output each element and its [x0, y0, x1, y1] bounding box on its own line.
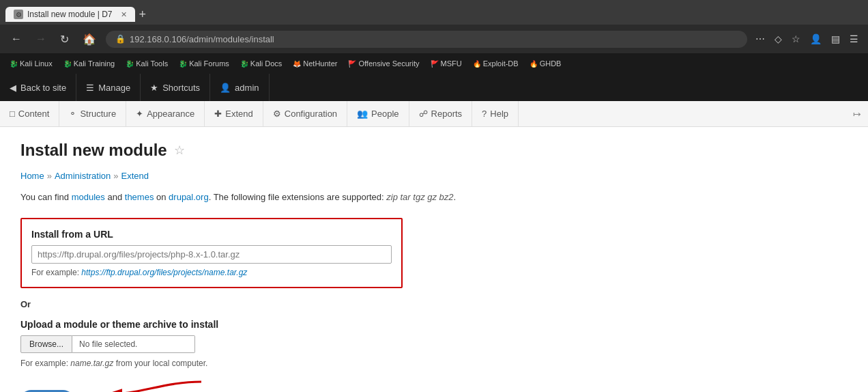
nav-reports-label: Reports	[431, 109, 463, 119]
extensions-icon[interactable]: ⋯	[753, 32, 768, 46]
tab-close-button[interactable]: ✕	[121, 10, 127, 19]
nav-help[interactable]: ? Help	[472, 101, 519, 126]
tab-favicon: ⚙	[14, 10, 23, 19]
back-button[interactable]: ←	[7, 31, 26, 46]
offensive-security-icon: 🚩	[348, 60, 356, 68]
exploit-db-icon: 🔥	[473, 60, 481, 68]
bookmark-kali-docs[interactable]: 🐉 Kali Docs	[236, 58, 286, 69]
favorite-star-icon[interactable]: ☆	[174, 143, 185, 158]
bookmark-ghdb[interactable]: 🔥 GHDB	[525, 58, 566, 69]
configuration-icon: ⚙	[273, 109, 281, 119]
nav-configuration-label: Configuration	[285, 109, 337, 119]
url-input[interactable]	[31, 245, 392, 264]
tab-title: Install new module | D7	[27, 10, 113, 19]
manage-label: Manage	[98, 83, 130, 93]
nav-reports[interactable]: ☍ Reports	[409, 101, 473, 126]
url-example-label: For example:	[31, 268, 81, 277]
new-tab-button[interactable]: +	[139, 8, 147, 22]
upload-example: For example: name.tar.gz from your local…	[20, 359, 848, 368]
forward-button[interactable]: →	[31, 31, 50, 46]
back-to-site-label: Back to site	[20, 83, 66, 93]
upload-heading: Upload a module or theme archive to inst…	[20, 319, 848, 330]
bookmark-exploit-db[interactable]: 🔥 Exploit-DB	[469, 58, 523, 69]
page-title-row: Install new module ☆	[20, 141, 848, 160]
profile-icon[interactable]: 👤	[807, 32, 824, 46]
appearance-icon: ✦	[136, 109, 143, 119]
install-button[interactable]: Install	[20, 390, 74, 393]
bookmark-nethunter[interactable]: 🦊 NetHunter	[289, 58, 341, 69]
bookmark-kali-tools[interactable]: 🐉 Kali Tools	[121, 58, 172, 69]
url-example-value: https://ftp.drupal.org/files/projects/na…	[81, 268, 247, 277]
modules-link[interactable]: modules	[72, 192, 105, 202]
reports-icon: ☍	[419, 109, 428, 119]
admin-user-icon: 👤	[220, 83, 231, 93]
shortcuts-button[interactable]: ★ Shortcuts	[141, 74, 210, 101]
nav-appearance-label: Appearance	[147, 109, 194, 119]
sidebar-icon[interactable]: ▤	[828, 32, 843, 46]
bookmark-kali-training[interactable]: 🐉 Kali Training	[59, 58, 119, 69]
file-name-display: No file selected.	[72, 335, 195, 353]
msfu-icon: 🚩	[431, 60, 439, 68]
back-to-site-button[interactable]: ◀ Back to site	[0, 74, 76, 101]
nav-configuration[interactable]: ⚙ Configuration	[263, 101, 347, 126]
pocket-icon[interactable]: ◇	[772, 32, 785, 46]
breadcrumb-home[interactable]: Home	[20, 171, 44, 181]
breadcrumb-sep-1: »	[47, 171, 52, 181]
file-input-row: Browse... No file selected.	[20, 335, 848, 353]
breadcrumb: Home » Administration » Extend	[20, 171, 848, 181]
kali-forums-icon: 🐉	[179, 60, 187, 68]
upload-example-label: For example:	[20, 359, 70, 368]
bookmark-offensive-security-label: Offensive Security	[358, 59, 419, 68]
drupal-admin-bar: ◀ Back to site ☰ Manage ★ Shortcuts 👤 ad…	[0, 74, 868, 101]
url-bar[interactable]: 🔒 192.168.0.106/admin/modules/install	[106, 31, 747, 48]
or-separator: Or	[20, 299, 848, 309]
page-title: Install new module	[20, 141, 167, 160]
bookmark-kali-forums[interactable]: 🐉 Kali Forums	[175, 58, 233, 69]
expand-icon[interactable]: ↦	[853, 109, 861, 120]
bookmark-exploit-db-label: Exploit-DB	[483, 59, 519, 68]
tab-bar: ⚙ Install new module | D7 ✕ +	[0, 0, 868, 25]
breadcrumb-administration[interactable]: Administration	[55, 171, 111, 181]
content-icon: □	[10, 109, 15, 119]
page-content: Install new module ☆ Home » Administrati…	[0, 127, 868, 392]
bookmark-kali-training-label: Kali Training	[74, 59, 115, 68]
breadcrumb-sep-2: »	[113, 171, 118, 181]
bookmark-msfu[interactable]: 🚩 MSFU	[426, 58, 466, 69]
drupal-org-link[interactable]: drupal.org	[169, 192, 209, 202]
admin-user-label: admin	[235, 83, 259, 93]
back-to-site-icon: ◀	[10, 83, 16, 93]
secure-icon: 🔒	[115, 34, 126, 44]
nav-people[interactable]: 👥 People	[347, 101, 409, 126]
browse-button[interactable]: Browse...	[20, 335, 72, 353]
reload-button[interactable]: ↻	[56, 31, 73, 47]
desc-end: .	[454, 192, 457, 202]
nav-extend-label: Extend	[225, 109, 252, 119]
home-button[interactable]: 🏠	[78, 31, 100, 47]
nav-extend[interactable]: ✚ Extend	[205, 101, 263, 126]
themes-link[interactable]: themes	[125, 192, 154, 202]
url-example: For example: https://ftp.drupal.org/file…	[31, 268, 392, 277]
manage-button[interactable]: ☰ Manage	[76, 74, 141, 101]
breadcrumb-extend[interactable]: Extend	[121, 171, 149, 181]
nav-appearance[interactable]: ✦ Appearance	[126, 101, 205, 126]
kali-training-icon: 🐉	[63, 60, 72, 68]
menu-icon[interactable]: ☰	[847, 32, 861, 46]
active-tab[interactable]: ⚙ Install new module | D7 ✕	[5, 7, 135, 22]
bookmark-msfu-label: MSFU	[441, 59, 462, 68]
bookmark-icon[interactable]: ☆	[789, 32, 803, 46]
extend-icon: ✚	[214, 109, 222, 119]
nav-end: ↦	[846, 101, 868, 126]
shortcuts-label: Shortcuts	[162, 83, 200, 93]
admin-user-button[interactable]: 👤 admin	[210, 74, 269, 101]
bookmark-kali-linux[interactable]: 🐉 Kali Linux	[5, 58, 57, 69]
bookmark-offensive-security[interactable]: 🚩 Offensive Security	[344, 58, 423, 69]
toolbar-icons: ⋯ ◇ ☆ 👤 ▤ ☰	[753, 32, 861, 46]
upload-section: Upload a module or theme archive to inst…	[20, 319, 848, 368]
desc-before: You can find	[20, 192, 72, 202]
ghdb-icon: 🔥	[530, 60, 538, 68]
nav-structure[interactable]: ⚬ Structure	[59, 101, 126, 126]
structure-icon: ⚬	[69, 109, 76, 119]
nav-content[interactable]: □ Content	[0, 101, 59, 126]
desc-middle: and	[105, 192, 125, 202]
bookmark-kali-forums-label: Kali Forums	[189, 59, 229, 68]
